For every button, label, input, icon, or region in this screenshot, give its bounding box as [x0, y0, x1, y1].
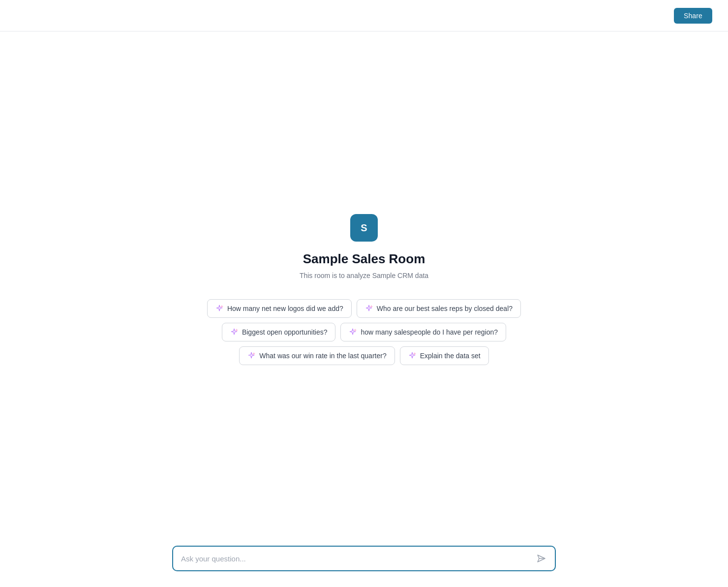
sparkle-icon: [365, 305, 373, 312]
sparkle-icon: [408, 352, 416, 360]
send-button[interactable]: [535, 553, 547, 564]
suggestion-chip-6[interactable]: Explain the data set: [400, 346, 489, 365]
suggestions-row-3: What was our win rate in the last quarte…: [239, 346, 488, 365]
app-header: Share: [0, 0, 728, 31]
sparkle-icon: [349, 328, 357, 336]
suggestion-chip-4-text: how many salespeople do I have per regio…: [361, 328, 498, 336]
sparkle-icon: [230, 328, 238, 336]
suggestion-chip-2[interactable]: Who are our best sales reps by closed de…: [357, 299, 521, 318]
suggestion-chip-1-text: How many net new logos did we add?: [227, 305, 343, 312]
sparkle-icon: [215, 305, 223, 312]
question-input[interactable]: [181, 555, 530, 563]
suggestion-chip-4[interactable]: how many salespeople do I have per regio…: [340, 323, 506, 341]
suggestion-chip-6-text: Explain the data set: [420, 352, 481, 360]
input-area: [172, 546, 556, 571]
share-button[interactable]: Share: [674, 8, 712, 24]
suggestion-chip-5[interactable]: What was our win rate in the last quarte…: [239, 346, 394, 365]
send-icon: [536, 554, 546, 563]
app-icon: S: [350, 214, 378, 242]
suggestion-chip-3-text: Biggest open opportunities?: [242, 328, 328, 336]
main-content: S Sample Sales Room This room is to anal…: [0, 31, 728, 587]
suggestion-chip-5-text: What was our win rate in the last quarte…: [259, 352, 386, 360]
suggestion-chip-2-text: Who are our best sales reps by closed de…: [377, 305, 513, 312]
suggestions-container: How many net new logos did we add? Who a…: [172, 299, 556, 365]
suggestion-chip-3[interactable]: Biggest open opportunities?: [222, 323, 336, 341]
room-title: Sample Sales Room: [303, 251, 425, 267]
room-subtitle: This room is to analyze Sample CRM data: [300, 272, 428, 279]
suggestions-row-2: Biggest open opportunities? how many sal…: [222, 323, 506, 341]
app-icon-letter: S: [361, 222, 367, 234]
suggestions-row-1: How many net new logos did we add? Who a…: [207, 299, 521, 318]
input-wrapper: [172, 546, 556, 571]
sparkle-icon: [247, 352, 255, 360]
suggestion-chip-1[interactable]: How many net new logos did we add?: [207, 299, 352, 318]
